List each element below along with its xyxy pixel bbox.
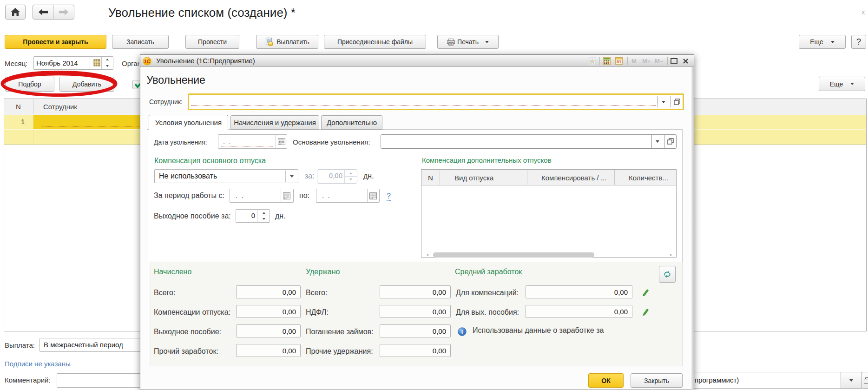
svg-text:31: 31 <box>617 59 622 64</box>
svg-text:i: i <box>461 329 463 336</box>
svg-text:1С: 1С <box>144 59 151 64</box>
